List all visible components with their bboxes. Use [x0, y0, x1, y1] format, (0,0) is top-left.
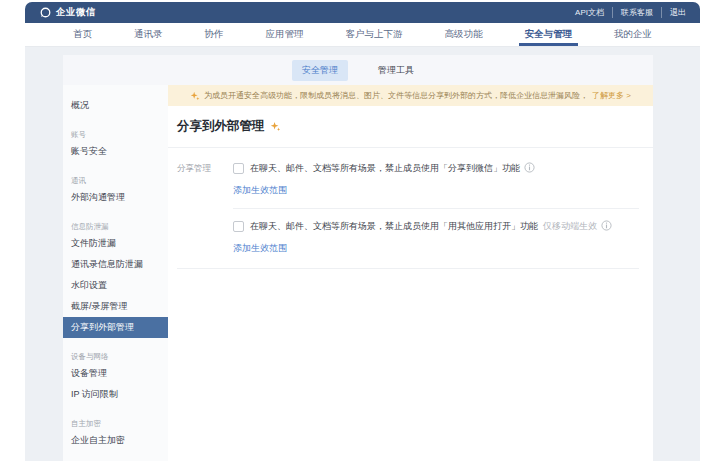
- nav-item-home[interactable]: 首页: [73, 23, 92, 46]
- add-scope-link[interactable]: 添加生效范围: [233, 184, 287, 197]
- logout-link[interactable]: 退出: [661, 7, 686, 18]
- page-title: 分享到外部管理: [177, 118, 265, 135]
- setting-note: 仅移动端生效: [543, 220, 597, 233]
- wecom-logo-icon: [39, 6, 52, 19]
- nav-item-advanced[interactable]: 高级功能: [445, 23, 483, 46]
- topbar: 企业微信 API文档 联系客服 退出: [25, 2, 700, 23]
- setting-text: 在聊天、邮件、文档等所有场景，禁止成员使用「用其他应用打开」功能: [250, 220, 538, 233]
- nav-item-customers[interactable]: 客户与上下游: [346, 23, 403, 46]
- sidebar-section-account: 账号: [63, 128, 168, 141]
- divider: [177, 268, 639, 269]
- sparkle-icon: [270, 121, 281, 132]
- learn-more-link[interactable]: 了解更多 >: [592, 90, 631, 101]
- divider: [233, 208, 639, 209]
- banner-text: 为成员开通安全高级功能，限制成员将消息、图片、文件等信息分享到外部的方式，降低企…: [204, 90, 588, 101]
- sidebar-section-device-network: 设备与网络: [63, 350, 168, 363]
- group-label: 分享管理: [177, 162, 233, 255]
- sidebar-section-communication: 通讯: [63, 174, 168, 187]
- nav-item-my-company[interactable]: 我的企业: [614, 23, 652, 46]
- topbar-links: API文档 联系客服 退出: [575, 7, 686, 18]
- sidebar-section-dlp: 信息防泄漏: [63, 220, 168, 233]
- info-icon[interactable]: [601, 220, 612, 231]
- sidebar: 概况 账号 账号安全 通讯 外部沟通管理 信息防泄漏 文件防泄漏 通讯录信息防泄…: [63, 85, 168, 461]
- sidebar-item-file-dlp[interactable]: 文件防泄漏: [63, 233, 168, 254]
- sparkle-icon: [190, 91, 200, 101]
- contact-support-link[interactable]: 联系客服: [612, 7, 653, 18]
- setting-row-share-to-wechat: 在聊天、邮件、文档等所有场景，禁止成员使用「分享到微信」功能: [233, 162, 639, 175]
- app-window: 企业微信 API文档 联系客服 退出 首页 通讯录 协作 应用管理 客户与上下游…: [25, 2, 700, 461]
- share-settings-group: 分享管理 在聊天、邮件、文档等所有场景，禁止成员使用「分享到微信」功能 添加生效: [168, 148, 653, 255]
- nav-item-contacts[interactable]: 通讯录: [134, 23, 163, 46]
- sidebar-item-enterprise-encryption[interactable]: 企业自主加密: [63, 430, 168, 451]
- logo-text: 企业微信: [56, 6, 96, 19]
- setting-text: 在聊天、邮件、文档等所有场景，禁止成员使用「分享到微信」功能: [250, 162, 520, 175]
- content-area: 为成员开通安全高级功能，限制成员将消息、图片、文件等信息分享到外部的方式，降低企…: [168, 85, 653, 461]
- open-with-other-app-checkbox[interactable]: [233, 221, 244, 232]
- wecom-logo[interactable]: 企业微信: [39, 6, 96, 19]
- sidebar-item-device-management[interactable]: 设备管理: [63, 363, 168, 384]
- sidebar-item-account-security[interactable]: 账号安全: [63, 141, 168, 162]
- add-scope-link[interactable]: 添加生效范围: [233, 242, 287, 255]
- sidebar-item-contacts-dlp[interactable]: 通讯录信息防泄漏: [63, 254, 168, 275]
- tab-admin-tools[interactable]: 管理工具: [368, 60, 424, 81]
- tabs-bar: 安全管理 管理工具: [63, 55, 653, 85]
- nav-item-security-management[interactable]: 安全与管理: [525, 23, 573, 46]
- main-card: 安全管理 管理工具 概况 账号 账号安全 通讯 外部沟通管理 信息防泄漏 文件防…: [63, 55, 653, 461]
- share-to-wechat-checkbox[interactable]: [233, 163, 244, 174]
- sidebar-item-ip-restriction[interactable]: IP 访问限制: [63, 384, 168, 405]
- api-docs-link[interactable]: API文档: [575, 7, 604, 18]
- upgrade-banner: 为成员开通安全高级功能，限制成员将消息、图片、文件等信息分享到外部的方式，降低企…: [168, 85, 653, 106]
- nav-item-app-management[interactable]: 应用管理: [266, 23, 304, 46]
- sidebar-item-external-sharing[interactable]: 分享到外部管理: [63, 317, 168, 338]
- sidebar-item-watermark[interactable]: 水印设置: [63, 275, 168, 296]
- sidebar-item-screenshot-management[interactable]: 截屏/录屏管理: [63, 296, 168, 317]
- sidebar-item-external-communication[interactable]: 外部沟通管理: [63, 187, 168, 208]
- nav-item-collaboration[interactable]: 协作: [205, 23, 224, 46]
- setting-row-open-with-other-app: 在聊天、邮件、文档等所有场景，禁止成员使用「用其他应用打开」功能 仅移动端生效: [233, 220, 639, 233]
- sidebar-section-encryption: 自主加密: [63, 417, 168, 430]
- info-icon[interactable]: [524, 162, 535, 173]
- main-nav: 首页 通讯录 协作 应用管理 客户与上下游 高级功能 安全与管理 我的企业: [25, 23, 700, 47]
- title-row: 分享到外部管理: [168, 106, 653, 148]
- tab-security-management[interactable]: 安全管理: [292, 60, 348, 81]
- sidebar-item-overview[interactable]: 概况: [63, 95, 168, 116]
